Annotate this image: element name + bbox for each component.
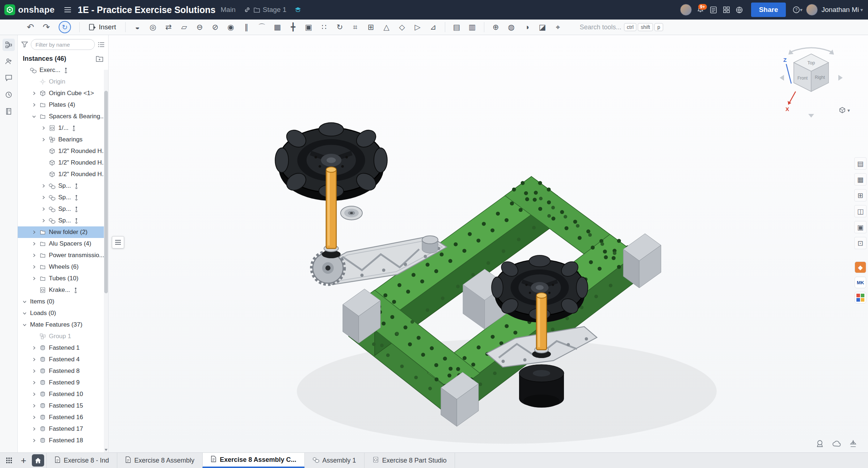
tree-item-loads-0[interactable]: Loads (0) [18,307,108,319]
chevron-right-icon[interactable] [31,252,37,258]
selected-item-flyout-button[interactable] [112,236,124,248]
selected-shaft-2[interactable] [536,293,547,350]
sub-assembly-icon[interactable]: ⊞ [364,21,378,33]
linear-pattern-icon[interactable]: ∷ [317,21,332,33]
cloud-status-icon[interactable] [831,438,842,449]
tree-item-sp[interactable]: Sp... [18,180,108,192]
list-view-icon[interactable] [98,42,105,47]
sidebar-scrollbar[interactable] [104,70,108,452]
scrollbar-thumb[interactable] [104,91,108,293]
tree-item-fastened-1[interactable]: Fastened 1 [18,342,108,354]
snapshot-tool-icon[interactable]: ◇ [395,21,409,33]
app-icon-mk[interactable]: MK [855,277,866,288]
tree-item-sp[interactable]: Sp... [18,215,108,226]
slider-mate-icon[interactable]: ⇄ [161,21,176,33]
chevron-right-icon[interactable] [31,414,37,420]
view-options-button[interactable]: ▾ [839,107,850,114]
bom-icon[interactable]: ▥ [465,21,480,33]
zoom-fit-icon[interactable]: ⊕ [489,21,503,33]
tree-item-new-folder-2[interactable]: New folder (2) [18,226,108,238]
tree-item-power-transmissio[interactable]: Power transmissio... [18,250,108,261]
versions-history-icon[interactable] [3,89,15,101]
bom-table-panel-icon[interactable]: ▤ [854,157,867,170]
chevron-right-icon[interactable] [40,218,47,224]
animate-icon[interactable]: ▷ [410,21,425,33]
add-tab-button[interactable]: + [17,454,30,467]
tree-item-fastened-16[interactable]: Fastened 16 [18,412,108,423]
tab-exercise-8-assembly-c[interactable]: Exercise 8 Assembly C... [202,453,304,468]
parallel-mate-icon[interactable]: ∥ [239,21,254,33]
comments-icon[interactable] [3,72,15,84]
undo-icon[interactable]: ↶ [23,21,38,33]
chevron-right-icon[interactable] [40,206,47,212]
tree-item-1-2-rounded-h[interactable]: 1/2" Rounded H... [18,145,108,157]
configurations-panel-icon[interactable]: ⊞ [854,189,867,201]
redo-icon[interactable]: ↷ [39,21,54,33]
main-menu-icon[interactable] [61,3,74,16]
chevron-down-icon[interactable] [21,322,28,328]
tree-item-1-2-rounded-h[interactable]: 1/2" Rounded H... [18,169,108,180]
snapshot-icon[interactable] [814,438,825,449]
parts-list-panel-icon[interactable]: ▦ [854,173,867,186]
viewcube-top-label[interactable]: Top [808,60,815,65]
explode-view-icon[interactable]: △ [379,21,394,33]
tree-item-fastened-10[interactable]: Fastened 10 [18,388,108,400]
cylindrical-mate-icon[interactable]: ⊖ [193,21,207,33]
chevron-right-icon[interactable] [31,368,37,374]
insert-button[interactable]: Insert [84,21,121,33]
chevron-right-icon[interactable] [31,229,37,235]
branch-name[interactable]: Main [221,6,236,14]
onshape-logo[interactable]: onshape [4,4,55,15]
follow-mode-icon[interactable] [3,55,15,68]
tree-item-1-2-rounded-h[interactable]: 1/2" Rounded H... [18,157,108,169]
assembly-structure-icon[interactable] [3,39,15,51]
tree-item-wheels-6[interactable]: Wheels (6) [18,261,108,273]
tree-item-origin[interactable]: Origin [18,76,108,88]
tree-item-plates-4[interactable]: Plates (4) [18,99,108,111]
user-name[interactable]: Jonathan Mi [821,6,859,14]
tab-manager-icon[interactable] [3,454,15,467]
app-icon-colorgrid[interactable] [855,292,866,303]
chevron-right-icon[interactable] [31,276,37,281]
chevron-right-icon[interactable] [31,380,37,386]
tree-item-fastened-18[interactable]: Fastened 18 [18,435,108,446]
chevron-down-icon[interactable] [31,114,37,119]
chevron-right-icon[interactable] [31,391,37,397]
filter-input[interactable] [31,39,95,50]
tree-item-origin-cube-1[interactable]: Origin Cube <1> [18,88,108,99]
chevron-right-icon[interactable] [40,195,47,200]
user-menu-caret-icon[interactable]: ▾ [860,7,863,13]
viewcube-right-label[interactable]: Right [815,75,825,80]
chevron-right-icon[interactable] [31,357,37,362]
release-notes-icon[interactable] [3,105,15,118]
tab-exercise-8-assembly[interactable]: Exercise 8 Assembly [117,453,202,468]
selected-shaft-1[interactable] [326,167,336,249]
bearing-pulley[interactable] [341,206,362,220]
wheel-assembly-1[interactable] [275,123,447,285]
assembly-3d-view[interactable] [109,35,868,452]
tree-item-krake[interactable]: Krake... [18,284,108,296]
replicate-icon[interactable]: ▣ [302,21,316,33]
sheet-metal-table-icon[interactable]: ▤ [450,21,464,33]
tree-item-fastened-8[interactable]: Fastened 8 [18,365,108,377]
tree-item-bearings[interactable]: Bearings [18,134,108,145]
tree-item-tubes-10[interactable]: Tubes (10) [18,273,108,284]
tree-item-sp[interactable]: Sp... [18,203,108,215]
measure-icon[interactable]: ⊿ [426,21,441,33]
chevron-down-icon[interactable] [21,310,28,316]
chevron-right-icon[interactable] [40,183,47,189]
display-panel-icon[interactable]: ◫ [854,205,867,217]
chevron-right-icon[interactable] [40,125,47,131]
measure-panel-icon[interactable]: ⊡ [854,237,867,249]
chevron-right-icon[interactable] [31,403,37,409]
workspace-stage[interactable]: Stage 1 [254,6,287,14]
user-avatar[interactable] [806,4,818,16]
chevron-right-icon[interactable] [40,137,47,142]
pin-slot-mate-icon[interactable]: ⊘ [208,21,223,33]
tab-exercise-8-ind[interactable]: Exercise 8 - Ind [46,453,117,468]
tree-item-mate-features-37[interactable]: Mate Features (37) [18,319,108,331]
planar-mate-icon[interactable]: ▱ [177,21,191,33]
tree-item-spacers-bearing[interactable]: Spacers & Bearing... [18,111,108,122]
release-tasks-icon[interactable] [707,3,720,16]
viewcube-front-label[interactable]: Front [797,76,808,81]
